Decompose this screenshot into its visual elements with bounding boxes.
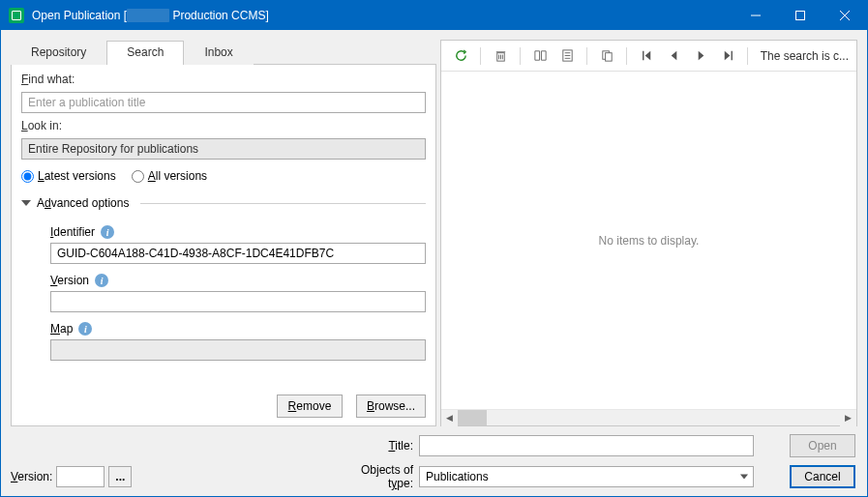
info-icon[interactable]: i: [95, 274, 108, 287]
identifier-label-row: Identifier i: [50, 225, 426, 239]
scroll-right-icon[interactable]: ▶: [840, 410, 856, 426]
find-what-input[interactable]: [21, 92, 426, 113]
app-icon: [9, 8, 24, 23]
toolbar-separator: [747, 47, 748, 65]
horizontal-scrollbar[interactable]: ◀ ▶: [441, 409, 856, 425]
toolbar-separator: [520, 47, 521, 65]
scroll-thumb[interactable]: [458, 410, 487, 425]
toolbar-separator: [626, 47, 627, 65]
tab-inbox[interactable]: Inbox: [184, 41, 253, 65]
divider: [140, 203, 426, 204]
latest-versions-radio-input[interactable]: [21, 170, 34, 183]
last-icon[interactable]: [716, 44, 739, 68]
results-toolbar: The search is c...: [441, 41, 856, 72]
advanced-options-toggle[interactable]: Advanced options: [21, 192, 426, 214]
map-label: Map: [50, 322, 73, 336]
toolbar-separator: [480, 47, 481, 65]
version-footer-input[interactable]: [56, 466, 105, 487]
document-icon[interactable]: [555, 44, 579, 68]
minimize-button[interactable]: [733, 1, 778, 30]
identifier-input[interactable]: [50, 243, 426, 264]
dialog-content: Repository Search Inbox Find what: Look …: [1, 30, 867, 496]
copy-icon[interactable]: [595, 44, 618, 68]
tab-search[interactable]: Search: [106, 41, 184, 65]
title-redacted: [127, 9, 169, 22]
info-icon[interactable]: i: [78, 322, 92, 336]
dialog-window: Open Publication [ Production CCMS] Repo…: [0, 0, 868, 497]
all-versions-label: All versions: [148, 169, 207, 183]
open-button[interactable]: Open: [790, 434, 855, 457]
version-label: Version: [50, 274, 89, 287]
title-prefix: Open Publication [: [32, 9, 127, 22]
scroll-track[interactable]: [458, 410, 840, 425]
next-icon[interactable]: [689, 44, 712, 68]
version-footer: Version: ...: [11, 466, 340, 487]
advanced-button-row: Remove Browse...: [21, 385, 426, 418]
no-items-text: No items to display.: [599, 234, 700, 248]
title-suffix: Production CCMS]: [169, 9, 269, 22]
window-buttons: [733, 1, 867, 30]
first-icon[interactable]: [635, 44, 658, 68]
advanced-options-body: Identifier i Version i Map i: [21, 219, 426, 361]
objects-of-type-label: Objects of type:: [345, 463, 413, 490]
version-label-row: Version i: [50, 274, 426, 287]
find-what-label: Find what:: [21, 73, 426, 86]
left-panel: Repository Search Inbox Find what: Look …: [11, 40, 436, 426]
advanced-options-label: Advanced options: [37, 196, 129, 210]
search-status-text: The search is c...: [761, 49, 849, 63]
footer: Title: Open Version: ... Objects of type…: [11, 434, 857, 490]
version-footer-label: Version:: [11, 470, 52, 483]
objects-of-type-select[interactable]: Publications: [419, 466, 754, 487]
all-versions-radio[interactable]: All versions: [132, 169, 207, 183]
version-radio-group: Latest versions All versions: [21, 165, 426, 187]
footer-row-1: Title: Open: [11, 434, 857, 457]
all-versions-radio-input[interactable]: [132, 170, 144, 183]
info-icon[interactable]: i: [101, 225, 114, 239]
tab-repository[interactable]: Repository: [11, 41, 106, 65]
map-label-row: Map i: [50, 322, 426, 336]
latest-versions-radio[interactable]: Latest versions: [21, 169, 116, 183]
maximize-button[interactable]: [778, 1, 823, 30]
identifier-label: Identifier: [50, 225, 95, 239]
version-browse-button[interactable]: ...: [108, 466, 132, 487]
refresh-icon[interactable]: [449, 44, 472, 68]
svg-rect-14: [605, 53, 612, 61]
title-input[interactable]: [419, 435, 754, 456]
results-panel: The search is c... No items to display. …: [440, 40, 857, 426]
titlebar: Open Publication [ Production CCMS]: [1, 1, 867, 30]
scroll-left-icon[interactable]: ◀: [441, 410, 458, 426]
latest-versions-label: Latest versions: [38, 169, 116, 183]
search-tab-pane: Find what: Look in: Entire Repository fo…: [11, 65, 436, 426]
footer-row-2: Version: ... Objects of type: Publicatio…: [11, 463, 857, 490]
close-button[interactable]: [823, 1, 867, 30]
window-title: Open Publication [ Production CCMS]: [32, 9, 733, 23]
delete-icon[interactable]: [489, 44, 512, 68]
look-in-label: Look in:: [21, 119, 426, 132]
browse-button[interactable]: Browse...: [356, 395, 426, 418]
caret-down-icon: [21, 200, 31, 206]
title-label: Title:: [345, 439, 413, 453]
remove-button[interactable]: Remove: [277, 395, 343, 418]
results-list: No items to display.: [441, 72, 856, 409]
svg-rect-1: [796, 12, 805, 20]
cancel-button[interactable]: Cancel: [790, 465, 855, 488]
tab-bar: Repository Search Inbox: [11, 40, 436, 65]
look-in-field[interactable]: Entire Repository for publications: [21, 138, 426, 160]
upper-area: Repository Search Inbox Find what: Look …: [11, 40, 857, 426]
toolbar-separator: [586, 47, 587, 65]
book-open-icon[interactable]: [528, 44, 552, 68]
objects-of-type-select-wrap: Publications: [419, 466, 754, 487]
prev-icon[interactable]: [662, 44, 685, 68]
version-input[interactable]: [50, 291, 426, 312]
map-input[interactable]: [50, 339, 426, 361]
